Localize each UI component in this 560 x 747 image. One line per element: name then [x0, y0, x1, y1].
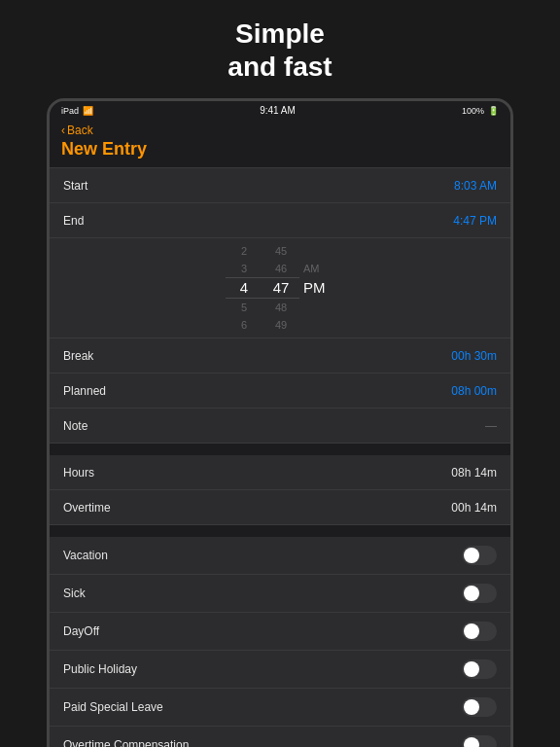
- hours-value: 08h 14m: [451, 466, 497, 480]
- hour-item-0: 2: [226, 244, 262, 260]
- paidleave-label: Paid Special Leave: [63, 700, 163, 714]
- publicholiday-row[interactable]: Public Holiday: [50, 651, 510, 689]
- end-row[interactable]: End 4:47 PM: [50, 203, 510, 238]
- start-value: 8:03 AM: [454, 179, 497, 193]
- battery-label: 100%: [462, 106, 484, 116]
- start-row[interactable]: Start 8:03 AM: [50, 168, 510, 203]
- sick-toggle[interactable]: [462, 584, 497, 603]
- sick-row[interactable]: Sick: [50, 575, 510, 613]
- spacer-2: [50, 525, 510, 537]
- start-label: Start: [63, 179, 88, 193]
- back-button[interactable]: ‹ Back: [61, 124, 499, 137]
- break-value: 00h 30m: [451, 349, 497, 363]
- overtimecomp-toggle[interactable]: [462, 735, 497, 747]
- back-label: Back: [67, 124, 93, 137]
- battery-icon: 🔋: [488, 106, 499, 116]
- minute-item-1: 46: [262, 260, 299, 277]
- hour-item-3: 5: [226, 299, 262, 316]
- status-right: 100% 🔋: [462, 106, 499, 116]
- publicholiday-label: Public Holiday: [63, 662, 137, 676]
- dayoff-row[interactable]: DayOff: [50, 613, 510, 651]
- overtime-row: Overtime 00h 14m: [50, 490, 510, 525]
- break-label: Break: [63, 349, 93, 363]
- status-bar: iPad 📶 9:41 AM 100% 🔋: [50, 101, 510, 120]
- dayoff-toggle[interactable]: [462, 622, 497, 641]
- overtimecomp-label: Overtime Compensation: [63, 738, 189, 747]
- planned-row[interactable]: Planned 08h 00m: [50, 374, 510, 409]
- overtime-label: Overtime: [63, 501, 111, 515]
- hour-item-2: 4: [226, 277, 262, 299]
- minute-item-2: 47: [262, 277, 299, 299]
- chevron-left-icon: ‹: [61, 124, 65, 137]
- hours-row: Hours 08h 14m: [50, 455, 510, 490]
- picker-columns: 2 3 4 5 6 45 46 47 48 49 AM: [226, 244, 334, 332]
- overtimecomp-row[interactable]: Overtime Compensation: [50, 727, 510, 747]
- minute-item-0: 45: [262, 244, 299, 260]
- spacer-1: [50, 444, 510, 455]
- ampm-picker-col[interactable]: AM PM: [299, 244, 334, 332]
- ampm-item-0: AM: [303, 260, 320, 277]
- headline: Simple and fast: [0, 18, 560, 83]
- vacation-label: Vacation: [63, 549, 108, 562]
- page-header: Simple and fast: [0, 0, 560, 98]
- vacation-row[interactable]: Vacation: [50, 537, 510, 575]
- hour-item-4: 6: [226, 316, 262, 332]
- publicholiday-toggle[interactable]: [462, 659, 497, 679]
- nav-bar: ‹ Back New Entry: [50, 120, 510, 168]
- overtime-value: 00h 14m: [451, 501, 497, 515]
- note-value: —: [485, 419, 497, 433]
- minute-item-4: 49: [262, 316, 299, 332]
- nav-title: New Entry: [61, 139, 499, 160]
- end-value: 4:47 PM: [453, 214, 497, 228]
- note-row[interactable]: Note —: [50, 409, 510, 444]
- end-label: End: [63, 214, 84, 228]
- minute-item-3: 48: [262, 299, 299, 316]
- hour-item-1: 3: [226, 260, 262, 277]
- hours-label: Hours: [63, 466, 94, 480]
- paidleave-row[interactable]: Paid Special Leave: [50, 689, 510, 727]
- break-row[interactable]: Break 00h 30m: [50, 338, 510, 374]
- device-frame: iPad 📶 9:41 AM 100% 🔋 ‹ Back New Entry S…: [47, 98, 513, 747]
- content: Start 8:03 AM End 4:47 PM 2 3 4 5 6: [50, 168, 510, 747]
- planned-value: 08h 00m: [451, 384, 497, 398]
- wifi-icon: 📶: [83, 106, 93, 116]
- ampm-item-1: PM: [303, 277, 326, 299]
- device-label: iPad: [61, 106, 79, 116]
- hour-picker-col[interactable]: 2 3 4 5 6: [226, 244, 262, 332]
- paidleave-toggle[interactable]: [462, 697, 497, 717]
- time-picker[interactable]: 2 3 4 5 6 45 46 47 48 49 AM: [50, 238, 510, 338]
- status-left: iPad 📶: [61, 106, 93, 116]
- vacation-toggle[interactable]: [462, 546, 497, 565]
- dayoff-label: DayOff: [63, 624, 99, 638]
- minute-picker-col[interactable]: 45 46 47 48 49: [262, 244, 299, 332]
- status-time: 9:41 AM: [260, 105, 296, 116]
- planned-label: Planned: [63, 384, 106, 398]
- sick-label: Sick: [63, 587, 86, 600]
- note-label: Note: [63, 419, 88, 433]
